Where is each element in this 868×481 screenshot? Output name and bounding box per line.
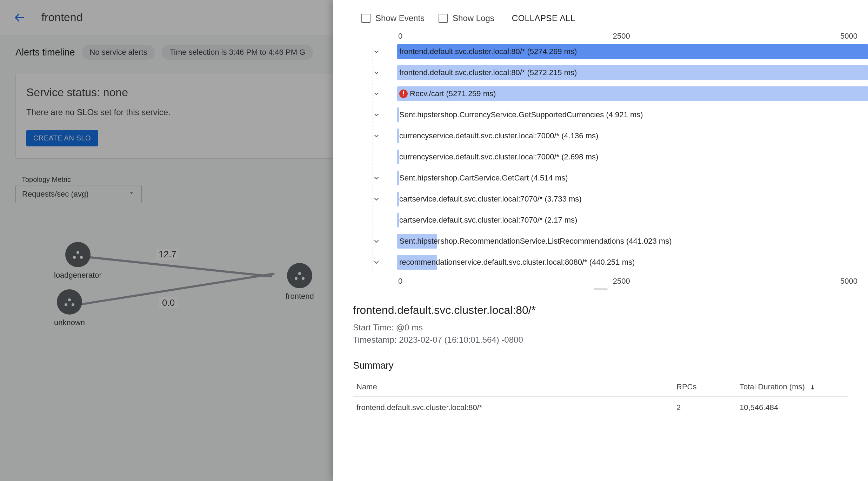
axis-tick: 5000: [840, 32, 857, 41]
span-row[interactable]: frontend.default.svc.cluster.local:80/* …: [372, 41, 868, 62]
collapse-all-button[interactable]: COLLAPSE ALL: [512, 13, 575, 23]
span-label: Sent.hipstershop.CartService.GetCart (4.…: [399, 173, 568, 183]
timestamp-label: Timestamp:: [353, 335, 399, 344]
span-row[interactable]: Sent.hipstershop.CurrencyService.GetSupp…: [372, 104, 868, 125]
checkbox-icon: [439, 14, 448, 23]
summary-table: Name RPCs Total Duration (ms) frontend.d…: [353, 377, 848, 419]
span-row[interactable]: currencyservice.default.svc.cluster.loca…: [372, 146, 868, 167]
chevron-down-icon[interactable]: [372, 68, 381, 77]
span-bar-wrap: currencyservice.default.svc.cluster.loca…: [397, 129, 868, 143]
chevron-down-icon[interactable]: [372, 195, 381, 204]
span-row[interactable]: cartservice.default.svc.cluster.local:70…: [372, 210, 868, 231]
show-events-checkbox[interactable]: Show Events: [361, 13, 425, 23]
axis-tick: 5000: [840, 277, 857, 286]
chevron-down-icon[interactable]: [372, 258, 381, 267]
table-row[interactable]: frontend.default.svc.cluster.local:80/* …: [353, 396, 848, 419]
span-label: Sent.hipstershop.RecommendationService.L…: [399, 237, 672, 246]
span-label: !Recv./cart (5271.259 ms): [399, 89, 496, 98]
start-time-value: @0 ms: [396, 323, 423, 332]
span-label: currencyservice.default.svc.cluster.loca…: [399, 131, 598, 140]
chevron-down-icon[interactable]: [372, 110, 381, 119]
span-label: frontend.default.svc.cluster.local:80/* …: [399, 68, 577, 77]
span-row[interactable]: recommendationservice.default.svc.cluste…: [372, 252, 868, 273]
span-bar: [397, 213, 399, 228]
span-label: cartservice.default.svc.cluster.local:70…: [399, 216, 577, 225]
span-row[interactable]: Sent.hipstershop.CartService.GetCart (4.…: [372, 167, 868, 189]
span-bar-wrap: cartservice.default.svc.cluster.local:70…: [397, 213, 868, 228]
show-logs-label: Show Logs: [453, 13, 494, 23]
span-bar: [397, 107, 399, 122]
span-label: cartservice.default.svc.cluster.local:70…: [399, 195, 582, 204]
trace-side-panel: Show Events Show Logs COLLAPSE ALL 0 250…: [333, 0, 868, 481]
start-time-label: Start Time:: [353, 323, 396, 332]
span-bar: [397, 150, 399, 164]
chevron-down-icon[interactable]: [372, 89, 381, 98]
span-bar-wrap: frontend.default.svc.cluster.local:80/* …: [397, 65, 868, 80]
timestamp-value: 2023-02-07 (16:10:01.564) -0800: [399, 335, 523, 344]
sort-desc-icon: [807, 382, 816, 391]
span-bar-wrap: recommendationservice.default.svc.cluste…: [397, 255, 868, 270]
span-label: frontend.default.svc.cluster.local:80/* …: [399, 47, 577, 56]
axis-tick: 2500: [613, 277, 630, 286]
span-bar-wrap: Sent.hipstershop.CartService.GetCart (4.…: [397, 171, 868, 185]
col-rpcs[interactable]: RPCs: [673, 377, 736, 397]
span-row[interactable]: !Recv./cart (5271.259 ms): [372, 83, 868, 104]
span-bar: [397, 129, 399, 143]
chevron-down-icon[interactable]: [372, 173, 381, 183]
axis-tick: 0: [398, 32, 402, 41]
cell-name: frontend.default.svc.cluster.local:80/*: [353, 396, 673, 419]
span-label: Sent.hipstershop.CurrencyService.GetSupp…: [399, 110, 643, 119]
span-bar: [397, 192, 399, 206]
checkbox-icon: [361, 14, 370, 23]
error-icon: !: [399, 90, 408, 98]
span-label: currencyservice.default.svc.cluster.loca…: [399, 152, 598, 162]
axis-tick: 0: [398, 277, 402, 286]
span-row[interactable]: frontend.default.svc.cluster.local:80/* …: [372, 62, 868, 83]
show-logs-checkbox[interactable]: Show Logs: [439, 13, 494, 23]
span-row[interactable]: currencyservice.default.svc.cluster.loca…: [372, 125, 868, 146]
span-bar-wrap: Sent.hipstershop.RecommendationService.L…: [397, 234, 868, 249]
cell-rpcs: 2: [673, 396, 736, 419]
span-bar-wrap: cartservice.default.svc.cluster.local:70…: [397, 192, 868, 206]
span-row[interactable]: cartservice.default.svc.cluster.local:70…: [372, 189, 868, 210]
span-bar-wrap: !Recv./cart (5271.259 ms): [397, 86, 868, 101]
chevron-down-icon[interactable]: [372, 237, 381, 246]
show-events-label: Show Events: [375, 13, 425, 23]
trace-waterfall: frontend.default.svc.cluster.local:80/* …: [333, 41, 868, 273]
span-bar: [397, 171, 399, 185]
chevron-down-icon[interactable]: [372, 131, 381, 140]
summary-heading: Summary: [353, 360, 848, 371]
span-bar-wrap: frontend.default.svc.cluster.local:80/* …: [397, 44, 868, 59]
span-bar-wrap: currencyservice.default.svc.cluster.loca…: [397, 150, 868, 164]
cell-total: 10,546.484: [736, 396, 848, 419]
panel-resize-handle[interactable]: [333, 286, 868, 293]
span-detail-title: frontend.default.svc.cluster.local:80/*: [353, 304, 848, 317]
chevron-down-icon[interactable]: [372, 47, 381, 56]
col-total-duration[interactable]: Total Duration (ms): [736, 377, 848, 397]
time-axis-top: 0 2500 5000: [333, 32, 868, 41]
span-label: recommendationservice.default.svc.cluste…: [399, 258, 635, 267]
axis-tick: 2500: [613, 32, 630, 41]
time-axis-bottom: 0 2500 5000: [333, 273, 868, 286]
span-bar-wrap: Sent.hipstershop.CurrencyService.GetSupp…: [397, 107, 868, 122]
col-name[interactable]: Name: [353, 377, 673, 397]
span-row[interactable]: Sent.hipstershop.RecommendationService.L…: [372, 231, 868, 252]
